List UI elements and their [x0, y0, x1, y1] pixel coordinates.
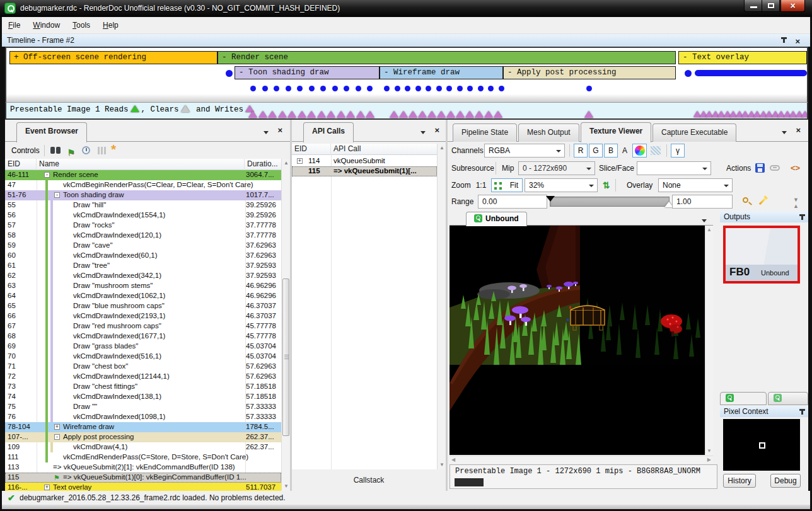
timeline-draw-dot[interactable]: [457, 86, 463, 91]
expand-icon[interactable]: +: [44, 485, 50, 490]
flip-y-icon[interactable]: ⇅: [603, 178, 610, 192]
open-code-button[interactable]: <>: [784, 161, 797, 175]
usage-triangle-icon[interactable]: [427, 111, 436, 118]
gamma-button[interactable]: γ: [671, 144, 685, 158]
scroll-thumb[interactable]: [282, 278, 289, 436]
event-row-75[interactable]: 75Draw ""57.33333: [5, 402, 281, 412]
range-max-input[interactable]: 1.00: [672, 195, 733, 209]
tab-capture-executable[interactable]: Capture Executable: [652, 123, 736, 142]
minimize-button[interactable]: [744, 0, 762, 12]
bookmark-star-icon[interactable]: *: [111, 141, 116, 158]
event-row-71[interactable]: 71Draw "chest box"57.62963: [5, 362, 281, 372]
channel-b-button[interactable]: B: [604, 144, 618, 158]
event-row-47[interactable]: 47vkCmdBeginRenderPass(C=Clear, D=Clear,…: [5, 180, 281, 190]
preview-menu-icon[interactable]: [702, 216, 707, 224]
menu-file[interactable]: File: [2, 17, 26, 34]
api-calls-menu-icon[interactable]: [420, 128, 426, 135]
event-row-65[interactable]: 65Draw "blue mushroom caps"46.37037: [5, 301, 281, 311]
usage-triangle-icon[interactable]: [409, 111, 417, 118]
zoom-fit-button[interactable]: Fit: [491, 178, 523, 192]
event-row-109[interactable]: 109vkCmdDraw(4,1)262.37...: [5, 442, 281, 452]
close-button[interactable]: ×: [780, 0, 805, 12]
event-row-63[interactable]: 63Draw "mushroom stems"46.96296: [5, 281, 281, 291]
outputs-pin-icon[interactable]: [801, 214, 803, 220]
range-extra-icon[interactable]: ▼▲: [793, 197, 799, 209]
scroll-down-icon[interactable]: ▼: [438, 461, 446, 469]
scroll-down-icon[interactable]: ▼: [282, 482, 291, 491]
timeline-body[interactable]: + Off-screen scene rendering- Render sce…: [5, 47, 808, 103]
channel-a-button[interactable]: A: [619, 144, 630, 158]
usage-triangle-icon[interactable]: [346, 111, 355, 118]
timeline-bar[interactable]: + Off-screen scene rendering: [9, 51, 218, 64]
timeline-draw-dot[interactable]: [297, 86, 303, 91]
colorwheel-button[interactable]: [632, 144, 647, 158]
event-row-68[interactable]: 68vkCmdDrawIndexed(1677,1)45.77778: [5, 331, 281, 342]
zoom-select[interactable]: 32%: [525, 178, 598, 192]
event-row-46-111[interactable]: 46-111-Render scene3064.7...: [5, 170, 281, 180]
slice-face-select[interactable]: [637, 161, 711, 175]
event-row-72[interactable]: 72vkCmdDrawIndexed(12144,1)57.62963: [5, 372, 281, 382]
event-row-61[interactable]: 61Draw "tree"37.92593: [5, 261, 281, 271]
tab-texture-viewer[interactable]: Texture Viewer: [581, 122, 651, 142]
channels-select[interactable]: RGBA: [484, 144, 565, 158]
timeline-draws-bar[interactable]: [695, 70, 807, 76]
usage-triangle-icon[interactable]: [494, 111, 502, 118]
event-row-66[interactable]: 66vkCmdDrawIndexed(2193,1)46.37037: [5, 311, 281, 321]
usage-triangle-icon[interactable]: [801, 111, 808, 117]
channel-g-button[interactable]: G: [589, 144, 603, 158]
timeline-draw-dot[interactable]: [309, 86, 315, 91]
usage-triangle-icon[interactable]: [248, 111, 257, 118]
usage-triangle-icon[interactable]: [456, 111, 465, 118]
api-calls-header[interactable]: EID API Call: [292, 144, 437, 155]
usage-triangle-icon[interactable]: [465, 111, 474, 118]
range-min-input[interactable]: 0.00: [478, 195, 547, 209]
tab-inputs[interactable]: Inputs: [768, 392, 808, 405]
pixel-context-header[interactable]: Pixel Context: [720, 406, 808, 417]
timeline-draw-dot[interactable]: [426, 86, 431, 91]
api-calls-scrollbar[interactable]: ▲ ▼: [437, 144, 446, 469]
scroll-up-icon[interactable]: ▲: [282, 159, 291, 168]
timeline-draw-dot[interactable]: [250, 86, 256, 91]
usage-triangle-icon[interactable]: [298, 111, 306, 118]
scroll-left-icon[interactable]: ◀: [451, 457, 455, 462]
timeline-bar[interactable]: - Render scene: [218, 51, 676, 64]
usage-triangle-icon[interactable]: [366, 111, 374, 118]
event-row-51-76[interactable]: 51-76-Toon shading draw1017.7...: [5, 190, 281, 200]
timeline-draw-dot[interactable]: [586, 86, 592, 91]
api-row-115[interactable]: 115=> vkQueueSubmit(1)[...: [292, 166, 437, 176]
collapse-icon[interactable]: -: [54, 434, 60, 440]
event-row-67[interactable]: 67Draw "red mushroom caps"45.77778: [5, 321, 281, 331]
event-row-73[interactable]: 73Draw "chest fittings"57.18518: [5, 382, 281, 392]
event-browser-scrollbar[interactable]: ▲ ▼: [281, 159, 290, 491]
autofit-range-button[interactable]: [758, 195, 770, 209]
timeline-draw-dot[interactable]: [286, 86, 291, 91]
event-row-113[interactable]: 113=> vkQueueSubmit(2)[1]: vkEndCommandB…: [5, 462, 281, 473]
event-row-60[interactable]: 60vkCmdDrawIndexed(60,1)37.62963: [5, 251, 281, 261]
event-browser-header[interactable]: EID Name Duratio...: [5, 159, 281, 170]
expand-icon[interactable]: +: [297, 158, 303, 164]
collapse-icon[interactable]: -: [44, 172, 50, 178]
link-button[interactable]: [769, 161, 782, 175]
viewer-horizontal-scrollbar[interactable]: ◀ ▶: [450, 456, 713, 463]
usage-triangle-icon[interactable]: [475, 111, 484, 118]
event-row-56[interactable]: 56vkCmdDrawIndexed(1554,1)39.25926: [5, 210, 281, 221]
event-row-70[interactable]: 70vkCmdDrawIndexed(516,1)45.03704: [5, 352, 281, 362]
timeline-bar[interactable]: - Wireframe draw: [380, 66, 503, 79]
viewer-vertical-scrollbar[interactable]: ▲ ▼: [705, 226, 713, 455]
save-texture-button[interactable]: [754, 161, 767, 175]
usage-triangle-icon[interactable]: [356, 111, 365, 118]
api-calls-close-icon[interactable]: ×: [434, 125, 439, 135]
collapse-icon[interactable]: -: [54, 192, 60, 198]
usage-triangle-icon[interactable]: [337, 111, 345, 118]
range-slider[interactable]: [550, 197, 670, 207]
event-row-59[interactable]: 59Draw "cave"37.62963: [5, 241, 281, 251]
scroll-down-icon[interactable]: ▼: [705, 448, 713, 454]
zoom-1to1-button[interactable]: 1:1: [473, 178, 489, 192]
timeline-draw-dot[interactable]: [274, 86, 279, 91]
timeline-draw-dot[interactable]: [446, 86, 452, 91]
scroll-up-icon[interactable]: ▲: [705, 227, 713, 233]
usage-triangle-icon[interactable]: [317, 111, 326, 118]
timeline-draw-dot[interactable]: [262, 86, 268, 91]
timeline-draw-dot[interactable]: [467, 86, 473, 91]
event-row-107-...[interactable]: 107-...-Apply post processing262.37...: [5, 432, 281, 442]
